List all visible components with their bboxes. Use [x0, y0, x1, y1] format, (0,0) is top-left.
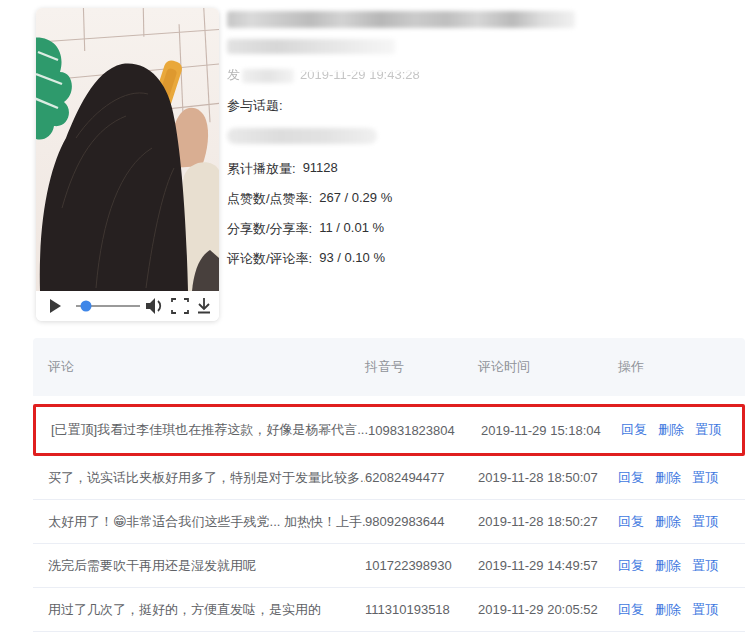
header-comment-time: 评论时间 [478, 358, 618, 376]
comment-cell: 用过了几次了，挺好的，方便直发哒，是实用的 [33, 601, 365, 619]
comment-time-cell: 2019-11-29 20:05:52 [478, 602, 618, 617]
censored-publish-label [242, 69, 294, 83]
douyin-id-cell: 62082494477 [365, 470, 478, 485]
row-actions: 回复删除置顶 [621, 421, 742, 439]
stat-value: 93 / 0.10 % [319, 250, 385, 268]
stat-label: 点赞数/点赞率: [227, 190, 312, 208]
header-actions: 操作 [618, 358, 745, 376]
comment-table-body: [已置顶]我看过李佳琪也在推荐这款，好像是杨幂代言... 10983182380… [33, 404, 745, 632]
comment-time-cell: 2019-11-29 15:18:04 [481, 423, 621, 438]
stat-value: 267 / 0.29 % [319, 190, 392, 208]
header-douyin-id: 抖音号 [365, 358, 478, 376]
download-icon[interactable] [198, 298, 210, 313]
publish-date: 2019-11-29 19:43:28 [300, 67, 420, 82]
pin-link[interactable]: 置顶 [692, 557, 718, 575]
delete-link[interactable]: 删除 [655, 513, 681, 531]
delete-link[interactable]: 删除 [655, 601, 681, 619]
stat-label: 分享数/分享率: [227, 220, 312, 238]
comment-time-cell: 2019-11-29 14:49:57 [478, 558, 618, 573]
pin-link[interactable]: 置顶 [695, 421, 721, 439]
comment-time-cell: 2019-11-28 18:50:07 [478, 470, 618, 485]
delete-link[interactable]: 删除 [655, 557, 681, 575]
douyin-id-cell: 101722398930 [365, 558, 478, 573]
comment-table: 评论 抖音号 评论时间 操作 [已置顶]我看过李佳琪也在推荐这款，好像是杨幂代言… [33, 338, 745, 632]
topic-label: 参与话题: [227, 97, 647, 115]
video-thumbnail [36, 8, 219, 291]
censored-topic [227, 128, 377, 144]
stat-like-rate: 点赞数/点赞率: 267 / 0.29 % [227, 190, 647, 208]
reply-link[interactable]: 回复 [621, 421, 647, 439]
row-actions: 回复删除置顶 [618, 469, 745, 487]
video-player[interactable] [36, 8, 219, 321]
table-row: 洗完后需要吹干再用还是湿发就用呢 101722398930 2019-11-29… [33, 544, 745, 588]
stat-label: 评论数/评论率: [227, 250, 312, 268]
table-row: 用过了几次了，挺好的，方便直发哒，是实用的 111310193518 2019-… [33, 588, 745, 632]
row-actions: 回复删除置顶 [618, 601, 745, 619]
video-controls [36, 291, 219, 321]
comment-cell: 洗完后需要吹干再用还是湿发就用呢 [33, 557, 365, 575]
reply-link[interactable]: 回复 [618, 513, 644, 531]
stats-panel: 累计播放量: 91128 点赞数/点赞率: 267 / 0.29 % 分享数/分… [227, 160, 647, 268]
table-row: 太好用了！😁非常适合我们这些手残党... 加热快！上手... 980929836… [33, 500, 745, 544]
comment-cell: 买了，说实话比夹板好用多了，特别是对于发量比较多... [33, 469, 365, 487]
stat-value: 11 / 0.01 % [319, 220, 384, 238]
page: 发2019-11-29 19:43:28 参与话题: 累计播放量: 91128 … [0, 0, 753, 633]
row-actions: 回复删除置顶 [618, 557, 745, 575]
play-icon[interactable] [50, 299, 61, 313]
pin-link[interactable]: 置顶 [692, 601, 718, 619]
censored-video-title [227, 11, 575, 28]
douyin-id-cell: 109831823804 [368, 423, 481, 438]
comment-cell: 太好用了！😁非常适合我们这些手残党... 加热快！上手... [33, 513, 365, 531]
reply-link[interactable]: 回复 [618, 469, 644, 487]
censored-account-name [227, 39, 395, 54]
comment-table-header: 评论 抖音号 评论时间 操作 [33, 338, 745, 396]
stat-label: 累计播放量: [227, 160, 296, 178]
row-actions: 回复删除置顶 [618, 513, 745, 531]
douyin-id-cell: 111310193518 [365, 602, 478, 617]
stat-play-count: 累计播放量: 91128 [227, 160, 647, 178]
progress-slider[interactable] [76, 301, 140, 312]
fullscreen-icon[interactable] [172, 299, 188, 313]
delete-link[interactable]: 删除 [655, 469, 681, 487]
pin-link[interactable]: 置顶 [692, 469, 718, 487]
table-row: 买了，说实话比夹板好用多了，特别是对于发量比较多... 62082494477 … [33, 456, 745, 500]
volume-icon[interactable] [146, 298, 160, 314]
pin-link[interactable]: 置顶 [692, 513, 718, 531]
douyin-id-cell: 98092983644 [365, 514, 478, 529]
table-row: [已置顶]我看过李佳琪也在推荐这款，好像是杨幂代言... 10983182380… [33, 404, 745, 456]
publish-date-line: 发2019-11-29 19:43:28 [227, 66, 647, 82]
delete-link[interactable]: 删除 [658, 421, 684, 439]
stat-comment-rate: 评论数/评论率: 93 / 0.10 % [227, 250, 647, 268]
stat-value: 91128 [303, 160, 338, 178]
stat-share-rate: 分享数/分享率: 11 / 0.01 % [227, 220, 647, 238]
comment-time-cell: 2019-11-28 18:50:27 [478, 514, 618, 529]
comment-cell: [已置顶]我看过李佳琪也在推荐这款，好像是杨幂代言... [36, 421, 368, 439]
video-info-panel: 发2019-11-29 19:43:28 参与话题: 累计播放量: 91128 … [227, 8, 647, 268]
reply-link[interactable]: 回复 [618, 601, 644, 619]
header-comment: 评论 [33, 358, 365, 376]
publish-label-fragment: 发 [227, 67, 240, 82]
reply-link[interactable]: 回复 [618, 557, 644, 575]
